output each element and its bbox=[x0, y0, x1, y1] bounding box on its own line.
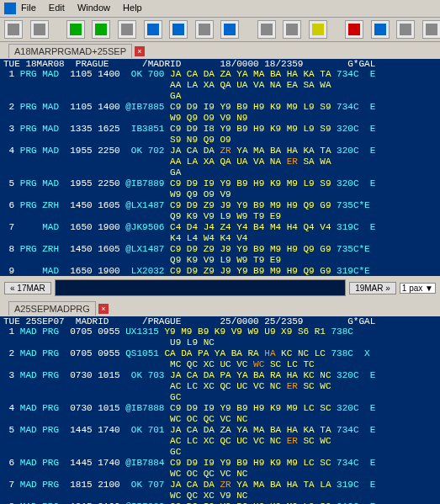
flight-row[interactable]: 7 MAD 1650 1900 @JK9506 C4 D4 J4 Z4 Y4 B… bbox=[3, 222, 437, 233]
flight-row[interactable]: 1 PRG MAD 1105 1400 OK 700 JA CA DA ZA Y… bbox=[3, 69, 437, 80]
tab-1-label: A18MARPRGMAD+25SEP bbox=[14, 46, 126, 56]
app-icon bbox=[4, 3, 16, 14]
flight-row[interactable]: 2 PRG MAD 1105 1400 @IB7885 C9 D9 I9 Y9 … bbox=[3, 102, 437, 113]
flight-row-cont: WC QC XC V9 NC bbox=[3, 491, 437, 501]
tool-10[interactable] bbox=[257, 20, 276, 39]
tool-16[interactable] bbox=[422, 20, 440, 39]
tool-11[interactable] bbox=[283, 20, 301, 39]
tab-1[interactable]: A18MARPRGMAD+25SEP× bbox=[8, 44, 132, 58]
tool-4[interactable] bbox=[92, 20, 110, 39]
menu-edit[interactable]: Edit bbox=[49, 3, 65, 13]
tool-15[interactable] bbox=[396, 20, 415, 39]
header-2: TUE 25SEP07 MADRID /PRAGUE 25/0000 25/23… bbox=[0, 316, 440, 326]
tab-2-label: A25SEPMADPRG bbox=[14, 304, 90, 314]
flight-row-cont: K4 L4 W4 K4 V4 bbox=[3, 233, 437, 244]
command-input[interactable] bbox=[55, 279, 346, 296]
pax-select[interactable]: 1 pax ▼ bbox=[400, 283, 436, 294]
tool-9[interactable] bbox=[220, 20, 239, 39]
close-icon[interactable]: × bbox=[135, 46, 145, 56]
flight-row-cont: Q9 K9 V9 L9 W9 T9 E9 bbox=[3, 255, 437, 266]
flight-row[interactable]: 8 PRG ZRH 1450 1605 @LX1487 C9 D9 Z9 J9 … bbox=[3, 244, 437, 255]
tool-1[interactable] bbox=[4, 20, 23, 39]
flight-row-cont: GA bbox=[3, 167, 437, 178]
flight-row[interactable]: 4 PRG MAD 1955 2250 OK 702 JA CA DA ZR Y… bbox=[3, 146, 437, 157]
flight-row[interactable]: 6 PRG ZRH 1450 1605 @LX1487 C9 D9 Z9 J9 … bbox=[3, 200, 437, 211]
flight-row-cont: GC bbox=[3, 392, 437, 403]
tab-2[interactable]: A25SEPMADPRG× bbox=[8, 301, 96, 316]
tool-13[interactable] bbox=[345, 20, 363, 39]
flight-row-cont: AC LC XC QC UC VC NC ER SC WC bbox=[3, 436, 437, 447]
prev-date-button[interactable]: « 17MAR bbox=[4, 282, 51, 294]
flight-row[interactable]: 5 MAD PRG 1445 1740 OK 701 JA CA DA ZA Y… bbox=[3, 425, 437, 436]
flight-row-cont: GA bbox=[3, 91, 437, 102]
flight-row[interactable]: 2 MAD PRG 0705 0955 QS1051 CA DA PA YA B… bbox=[3, 348, 437, 359]
tool-5[interactable] bbox=[118, 20, 136, 39]
tool-2[interactable] bbox=[30, 20, 49, 39]
toolbar bbox=[0, 18, 440, 42]
flight-row[interactable]: 3 MAD PRG 0730 1015 OK 703 JA CA DA PA Y… bbox=[3, 370, 437, 381]
tool-12[interactable] bbox=[309, 20, 327, 39]
flight-row[interactable]: 9 MAD 1650 1900 LX2032 C9 D9 Z9 J9 Y9 B9… bbox=[3, 266, 437, 276]
flight-row-cont: W9 Q9 O9 V9 N9 bbox=[3, 113, 437, 124]
tool-8[interactable] bbox=[195, 20, 214, 39]
flight-row-cont: S9 N9 Q9 O9 bbox=[3, 135, 437, 146]
flight-row-cont: AA LA XA QA UA VA NA ER SA WA bbox=[3, 157, 437, 167]
tool-3[interactable] bbox=[66, 20, 85, 39]
flight-row[interactable]: 7 MAD PRG 1815 2100 OK 707 JA CA DA ZR Y… bbox=[3, 480, 437, 491]
header-1: TUE 18MAR08 PRAGUE /MADRID 18/0000 18/23… bbox=[0, 59, 440, 69]
flight-row[interactable]: 5 PRG MAD 1955 2250 @IB7889 C9 D9 I9 Y9 … bbox=[3, 178, 437, 189]
tool-14[interactable] bbox=[371, 20, 390, 39]
tool-7[interactable] bbox=[169, 20, 188, 39]
flight-row[interactable]: 6 MAD PRG 1445 1740 @IB7884 C9 D9 I9 Y9 … bbox=[3, 458, 437, 469]
flight-row-cont: GC bbox=[3, 447, 437, 458]
menu-help[interactable]: Help bbox=[123, 3, 142, 13]
flight-row-cont: MC QC XC UC VC WC SC LC TC bbox=[3, 359, 437, 370]
flight-row[interactable]: 1 MAD PRG 0705 0955 UX1315 Y9 M9 B9 K9 V… bbox=[3, 326, 437, 337]
flight-row-cont: Q9 K9 V9 L9 W9 T9 E9 bbox=[3, 211, 437, 222]
flight-row-cont: AA LA XA QA UA VA NA EA SA WA bbox=[3, 80, 437, 91]
tool-6[interactable] bbox=[144, 20, 162, 39]
menu-window[interactable]: Window bbox=[77, 3, 110, 13]
nav-bar: « 17MAR 19MAR » 1 pax ▼ bbox=[0, 276, 440, 300]
pane-outbound: TUE 18MAR08 PRAGUE /MADRID 18/0000 18/23… bbox=[0, 59, 440, 276]
flight-row[interactable]: 3 PRG MAD 1335 1625 IB3851 C9 D9 I8 Y9 B… bbox=[3, 124, 437, 135]
flight-row-cont: U9 L9 NC bbox=[3, 337, 437, 348]
menu-file[interactable]: File bbox=[21, 3, 36, 13]
next-date-button[interactable]: 19MAR » bbox=[349, 282, 396, 294]
close-icon[interactable]: × bbox=[98, 304, 109, 314]
flight-row-cont: W9 Q9 O9 V9 bbox=[3, 189, 437, 200]
flight-row-cont: AC LC XC QC UC VC NC ER SC WC bbox=[3, 381, 437, 392]
flight-row-cont: WC OC QC VC NC bbox=[3, 469, 437, 480]
flight-row-cont: WC OC QC VC NC bbox=[3, 414, 437, 425]
pane-return: TUE 25SEP07 MADRID /PRAGUE 25/0000 25/23… bbox=[0, 316, 440, 504]
flight-row[interactable]: 4 MAD PRG 0730 1015 @IB7888 C9 D9 I9 Y9 … bbox=[3, 403, 437, 414]
